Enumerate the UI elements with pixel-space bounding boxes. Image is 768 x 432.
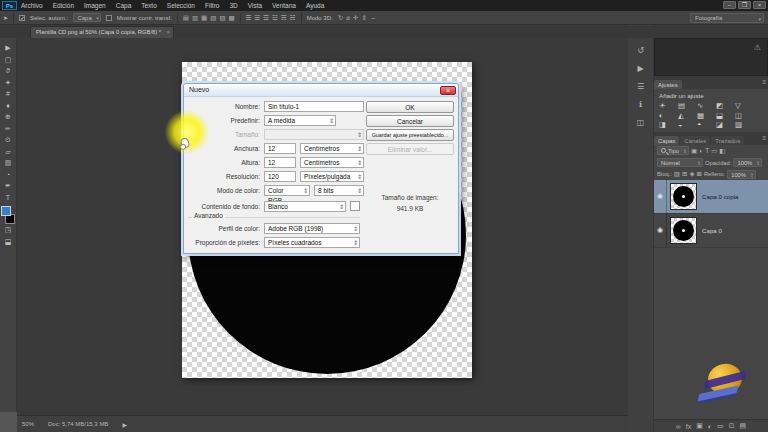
quick-selection-tool-icon[interactable]: ✦ <box>5 77 11 89</box>
zoom-level-field[interactable]: 50% <box>22 421 34 427</box>
layer-row-capa-0-copia[interactable]: ◉ Capa 0 copia <box>654 180 768 214</box>
3d-scale-icon[interactable]: ⇔ <box>370 13 377 23</box>
menu-ayuda[interactable]: Ayuda <box>306 2 324 9</box>
healing-brush-tool-icon[interactable]: ⊕ <box>5 111 11 123</box>
exposure-adjustment-icon[interactable]: ◩ <box>716 101 735 111</box>
marquee-tool-icon[interactable]: ▢ <box>5 54 12 66</box>
invert-adjustment-icon[interactable]: ◒ <box>678 120 697 130</box>
screen-mode-icon[interactable]: ⬓ <box>5 236 12 248</box>
type-tool-icon[interactable]: T <box>6 192 10 204</box>
filter-smart-objects-icon[interactable]: ◧ <box>719 147 725 155</box>
brightness-contrast-adjustment-icon[interactable]: ☀ <box>659 101 678 111</box>
brush-tool-icon[interactable]: ✏ <box>5 123 11 135</box>
tab-close-icon[interactable]: × <box>167 27 171 38</box>
delete-layer-icon[interactable]: ▤ <box>740 422 747 430</box>
clone-stamp-tool-icon[interactable]: ⊙ <box>5 134 11 146</box>
hue-saturation-adjustment-icon[interactable]: ◐ <box>659 111 678 121</box>
blend-mode-dropdown[interactable]: Normal <box>657 158 703 167</box>
new-adjustment-layer-icon[interactable]: ◐ <box>708 423 712 430</box>
color-balance-adjustment-icon[interactable]: ◭ <box>678 111 697 121</box>
workspace-dropdown[interactable]: Fotografía <box>690 13 764 23</box>
restore-button[interactable]: ❐ <box>738 1 751 9</box>
tab-capas[interactable]: Capas <box>654 136 679 145</box>
tab-ajustes[interactable]: Ajustes <box>654 80 682 89</box>
distribute-top-icon[interactable]: ☰ <box>246 13 252 23</box>
info-panel-icon[interactable]: ℹ <box>639 100 642 109</box>
align-left-edges-icon[interactable]: ▤ <box>183 13 189 23</box>
height-input[interactable]: 12 <box>264 157 296 168</box>
background-color-swatch-box[interactable] <box>350 201 360 211</box>
menu-imagen[interactable]: Imagen <box>84 2 106 9</box>
align-bottom-edges-icon[interactable]: ▩ <box>229 13 235 23</box>
filter-adjustment-layers-icon[interactable]: ◐ <box>699 147 703 155</box>
menu-edicion[interactable]: Edición <box>53 2 74 9</box>
layer-visibility-toggle[interactable]: ◉ <box>654 213 667 247</box>
advanced-section-label[interactable]: Avanzado <box>192 212 225 219</box>
distribute-left-icon[interactable]: ☳ <box>272 13 278 23</box>
opacity-value[interactable]: 100% <box>733 158 762 167</box>
menu-archivo[interactable]: Archivo <box>21 2 43 9</box>
menu-3d[interactable]: 3D <box>229 2 237 9</box>
filter-shape-layers-icon[interactable]: ▭ <box>711 147 717 155</box>
menu-vista[interactable]: Vista <box>248 2 262 9</box>
ok-button[interactable]: OK <box>366 101 454 113</box>
link-layers-icon[interactable]: ∞ <box>676 423 681 430</box>
new-layer-icon[interactable]: ⊡ <box>729 422 735 430</box>
menu-ventana[interactable]: Ventana <box>272 2 296 9</box>
preset-dropdown[interactable]: A medida <box>264 115 336 126</box>
crop-tool-icon[interactable]: # <box>6 88 10 100</box>
panel-menu-icon[interactable]: ≡ <box>762 79 766 85</box>
dialog-title[interactable]: Nuevo <box>184 84 458 97</box>
photo-filter-adjustment-icon[interactable]: ⬓ <box>716 111 735 121</box>
layer-effects-icon[interactable]: fx <box>686 423 691 430</box>
histogram-warning-icon[interactable]: ⚠ <box>754 43 761 52</box>
layer-name[interactable]: Capa 0 copia <box>702 193 738 200</box>
add-mask-icon[interactable]: ▣ <box>696 422 703 430</box>
menu-capa[interactable]: Capa <box>116 2 132 9</box>
layer-visibility-toggle[interactable]: ◉ <box>654 179 667 213</box>
cancel-button[interactable]: Cancelar <box>366 115 454 127</box>
tab-canales[interactable]: Canales <box>680 136 710 145</box>
color-depth-dropdown[interactable]: 8 bits <box>314 185 364 196</box>
vibrance-adjustment-icon[interactable]: ▽ <box>735 101 754 111</box>
levels-adjustment-icon[interactable]: ▤ <box>678 101 697 111</box>
show-transform-checkbox[interactable] <box>106 15 112 21</box>
color-lookup-adjustment-icon[interactable]: ◨ <box>659 120 678 130</box>
layer-name[interactable]: Capa 0 <box>702 227 722 234</box>
resolution-unit-dropdown[interactable]: Píxeles/pulgada <box>300 171 364 182</box>
lock-transparency-icon[interactable]: ▨ <box>674 170 680 178</box>
layer-thumbnail[interactable] <box>670 217 697 244</box>
layer-row-capa-0[interactable]: ◉ Capa 0 <box>654 214 768 248</box>
threshold-adjustment-icon[interactable]: ◪ <box>716 120 735 130</box>
color-mode-dropdown[interactable]: Color RGB <box>264 185 310 196</box>
panel-menu-icon[interactable]: ≡ <box>762 135 766 141</box>
lock-position-icon[interactable]: ◈ <box>689 170 694 178</box>
name-input[interactable]: Sin título-1 <box>264 101 364 112</box>
clone-source-panel-icon[interactable]: ◫ <box>637 118 645 127</box>
properties-panel-icon[interactable]: ☰ <box>637 82 644 91</box>
new-group-icon[interactable]: ▭ <box>717 422 724 430</box>
align-top-edges-icon[interactable]: ▧ <box>210 13 216 23</box>
gradient-tool-icon[interactable]: ▥ <box>5 157 12 169</box>
tab-trazados[interactable]: Trazados <box>711 136 744 145</box>
color-profile-dropdown[interactable]: Adobe RGB (1998) <box>264 223 360 234</box>
height-unit-dropdown[interactable]: Centímetros <box>300 157 364 168</box>
3d-pan-icon[interactable]: ✛ <box>353 13 358 23</box>
pen-tool-icon[interactable]: ✒ <box>5 180 11 192</box>
background-contents-dropdown[interactable]: Blanco <box>264 201 346 212</box>
status-menu-arrow[interactable]: ▶ <box>122 421 127 428</box>
black-white-adjustment-icon[interactable]: ▦ <box>697 111 716 121</box>
width-input[interactable]: 12 <box>264 143 296 154</box>
close-button[interactable]: × <box>753 1 766 9</box>
auto-select-target-dropdown[interactable]: Capa <box>73 13 100 22</box>
eyedropper-tool-icon[interactable]: ♦ <box>6 100 10 112</box>
3d-roll-icon[interactable]: ⌀ <box>346 13 350 23</box>
align-vertical-centers-icon[interactable]: ▨ <box>219 13 225 23</box>
align-right-edges-icon[interactable]: ▦ <box>201 13 207 23</box>
actions-panel-icon[interactable]: ▶ <box>637 64 643 73</box>
3d-slide-icon[interactable]: ⇕ <box>362 13 367 23</box>
filter-pixel-layers-icon[interactable]: ▣ <box>691 147 697 155</box>
3d-rotate-icon[interactable]: ↻ <box>338 13 343 23</box>
save-preset-button[interactable]: Guardar ajuste preestablecido... <box>366 129 454 141</box>
dialog-close-button[interactable]: × <box>440 86 456 95</box>
